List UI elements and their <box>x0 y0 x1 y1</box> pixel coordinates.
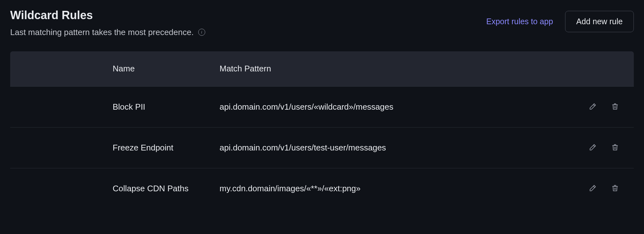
edit-rule-button[interactable] <box>587 142 598 154</box>
column-header-name: Name <box>113 64 220 74</box>
row-actions <box>570 183 634 194</box>
info-icon[interactable]: i <box>198 29 205 36</box>
rule-pattern: api.domain.com/v1/users/test-user/messag… <box>220 143 570 153</box>
trash-icon <box>611 184 619 193</box>
wildcard-rules-page: Wildcard Rules Last matching pattern tak… <box>0 0 644 218</box>
subtitle-text: Last matching pattern takes the most pre… <box>10 27 194 37</box>
trash-icon <box>611 102 619 112</box>
pencil-icon <box>589 102 597 112</box>
pencil-icon <box>589 184 597 193</box>
rule-name: Freeze Endpoint <box>113 143 205 153</box>
page-subtitle: Last matching pattern takes the most pre… <box>10 27 205 37</box>
delete-rule-button[interactable] <box>610 101 620 113</box>
table-row: Freeze Endpoint api.domain.com/v1/users/… <box>10 127 634 168</box>
page-header: Wildcard Rules Last matching pattern tak… <box>10 9 634 37</box>
rules-table-header: Name Match Pattern <box>10 51 634 86</box>
edit-rule-button[interactable] <box>587 101 598 113</box>
rule-pattern: api.domain.com/v1/users/«wildcard»/messa… <box>220 102 570 112</box>
column-header-pattern: Match Pattern <box>220 64 570 74</box>
page-title: Wildcard Rules <box>10 9 205 22</box>
add-new-rule-button[interactable]: Add new rule <box>565 11 634 32</box>
edit-rule-button[interactable] <box>587 183 598 194</box>
export-rules-button[interactable]: Export rules to app <box>485 15 554 28</box>
table-row: Block PII api.domain.com/v1/users/«wildc… <box>10 86 634 127</box>
rule-name: Block PII <box>113 102 205 112</box>
trash-icon <box>611 143 619 152</box>
row-actions <box>570 142 634 154</box>
row-actions <box>570 101 634 113</box>
header-left: Wildcard Rules Last matching pattern tak… <box>10 9 205 37</box>
header-actions: Export rules to app Add new rule <box>485 9 634 32</box>
delete-rule-button[interactable] <box>610 183 620 194</box>
rules-table: Name Match Pattern Block PII api.domain.… <box>10 51 634 209</box>
table-row: Collapse CDN Paths my.cdn.domain/images/… <box>10 168 634 209</box>
rule-pattern: my.cdn.domain/images/«**»/«ext:png» <box>220 184 570 194</box>
delete-rule-button[interactable] <box>610 142 620 154</box>
rule-name: Collapse CDN Paths <box>113 183 205 194</box>
pencil-icon <box>589 143 597 152</box>
